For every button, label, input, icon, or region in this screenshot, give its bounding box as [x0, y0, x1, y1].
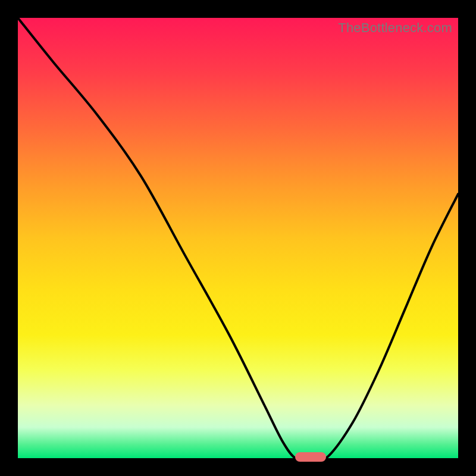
bottleneck-curve — [18, 18, 458, 458]
plot-area: TheBottleneck.com — [18, 18, 458, 458]
chart-frame: TheBottleneck.com — [0, 0, 476, 476]
optimum-marker — [295, 452, 326, 462]
